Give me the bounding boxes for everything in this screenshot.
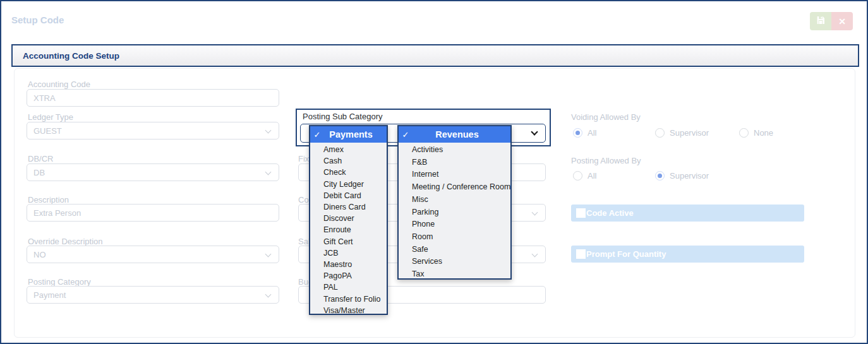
chevron-down-icon bbox=[265, 292, 272, 298]
dropdown-option[interactable]: Diners Card bbox=[310, 201, 387, 213]
dropdown-option[interactable]: Room bbox=[399, 231, 510, 244]
radio-label: None bbox=[754, 128, 773, 138]
dropdown-option[interactable]: Maestro bbox=[310, 259, 387, 270]
dropdown-option[interactable]: Internet bbox=[399, 169, 510, 181]
chevron-down-icon bbox=[265, 128, 272, 134]
dropdown-option[interactable]: Amex bbox=[310, 144, 387, 155]
override-description-select[interactable]: NO bbox=[27, 246, 279, 263]
posting-sub-category-label: Posting Sub Category bbox=[303, 112, 382, 121]
dropdown-option[interactable]: JCB bbox=[310, 247, 387, 259]
checkbox-icon[interactable] bbox=[576, 208, 586, 218]
dropdown-option[interactable]: City Ledger bbox=[310, 179, 387, 190]
dropdown-option[interactable]: Misc bbox=[399, 194, 510, 206]
chevron-down-icon bbox=[531, 128, 538, 135]
prompt-for-quantity-toggle[interactable]: Prompt For Quantity bbox=[571, 246, 804, 263]
section-title: Accounting Code Setup bbox=[23, 51, 119, 61]
page-title: Setup Code bbox=[11, 15, 64, 25]
posting-category-value: Payment bbox=[33, 290, 66, 300]
override-description-value: NO bbox=[33, 250, 46, 259]
dropdown-option[interactable]: PagoPA bbox=[310, 270, 387, 282]
modal-toolbar: ✕ bbox=[810, 12, 853, 30]
checkmark-icon: ✓ bbox=[310, 130, 324, 139]
checkmark-icon: ✓ bbox=[399, 130, 413, 139]
posting-radio-supervisor[interactable]: Supervisor bbox=[655, 171, 709, 181]
posting-radio-all[interactable]: All bbox=[573, 171, 596, 181]
dropdown-option[interactable]: PAL bbox=[310, 282, 387, 293]
radio-label: Supervisor bbox=[670, 128, 709, 138]
ledger-type-label: Ledger Type bbox=[28, 112, 73, 122]
payments-dropdown-panel: ✓ Payments AmexCashCheckCity LedgerDebit… bbox=[309, 125, 388, 315]
close-button[interactable]: ✕ bbox=[831, 12, 853, 30]
dropdown-option[interactable]: Gift Cert bbox=[310, 236, 387, 247]
db-cr-value: DB bbox=[33, 168, 45, 177]
dropdown-option[interactable]: Discover bbox=[310, 213, 387, 224]
radio-button[interactable] bbox=[655, 171, 665, 181]
voiding-allowed-by-label: Voiding Allowed By bbox=[571, 112, 641, 122]
revenues-dropdown-panel: ✓ Revenues ActivitiesF&BInternetMeeting … bbox=[397, 125, 512, 280]
dropdown-option[interactable]: Safe bbox=[399, 244, 510, 256]
dropdown-option[interactable]: Tax bbox=[399, 268, 510, 281]
description-input[interactable]: Extra Person bbox=[27, 204, 279, 222]
ledger-type-select[interactable]: GUEST bbox=[27, 122, 279, 139]
save-button[interactable] bbox=[810, 12, 831, 30]
voiding-radio-supervisor[interactable]: Supervisor bbox=[655, 128, 709, 138]
dropdown-option[interactable]: Phone bbox=[399, 218, 510, 231]
voiding-radio-all[interactable]: All bbox=[573, 128, 596, 138]
accounting-code-value: XTRA bbox=[33, 93, 56, 103]
radio-dot bbox=[658, 174, 662, 178]
revenues-option-list: ActivitiesF&BInternetMeeting / Conferenc… bbox=[399, 143, 510, 281]
description-value: Extra Person bbox=[33, 208, 81, 218]
chevron-down-icon bbox=[532, 210, 538, 216]
db-cr-select[interactable]: DB bbox=[27, 163, 279, 181]
prompt-for-quantity-label: Prompt For Quantity bbox=[586, 249, 666, 259]
payments-option-list: AmexCashCheckCity LedgerDebit CardDiners… bbox=[310, 143, 387, 316]
checkbox-icon[interactable] bbox=[576, 249, 586, 259]
floppy-save-icon bbox=[816, 15, 826, 28]
dropdown-option[interactable]: Check bbox=[310, 167, 387, 178]
revenues-group-header[interactable]: ✓ Revenues bbox=[399, 126, 510, 143]
voiding-radio-none[interactable]: None bbox=[739, 128, 773, 138]
dropdown-option[interactable]: Activities bbox=[399, 144, 510, 157]
posting-allowed-by-label: Posting Allowed By bbox=[571, 156, 641, 165]
dropdown-option[interactable]: Parking bbox=[399, 206, 510, 219]
code-active-toggle[interactable]: Code Active bbox=[571, 205, 804, 222]
dropdown-option[interactable]: Transfer to Folio bbox=[310, 294, 387, 305]
radio-dot bbox=[576, 131, 580, 135]
section-header: Accounting Code Setup bbox=[11, 44, 859, 67]
description-label: Description bbox=[28, 195, 69, 205]
chevron-down-icon bbox=[265, 251, 272, 258]
dropdown-option[interactable]: Visa/Master bbox=[310, 305, 387, 316]
radio-button[interactable] bbox=[573, 128, 582, 138]
radio-button[interactable] bbox=[739, 128, 749, 138]
dropdown-option[interactable]: Services bbox=[399, 256, 510, 268]
posting-category-select[interactable]: Payment bbox=[27, 286, 279, 304]
db-cr-label: DB/CR bbox=[28, 154, 53, 163]
radio-label: All bbox=[588, 128, 596, 138]
override-description-label: Override Description bbox=[28, 237, 103, 246]
close-icon: ✕ bbox=[838, 16, 846, 27]
accounting-code-label: Accounting Code bbox=[28, 80, 90, 89]
dropdown-option[interactable]: F&B bbox=[399, 157, 510, 169]
dropdown-option[interactable]: Enroute bbox=[310, 224, 387, 235]
radio-button[interactable] bbox=[655, 128, 665, 138]
setup-code-modal: Setup Code ✕ Accounting Code Setup Accou… bbox=[0, 0, 868, 344]
payments-group-label: Payments bbox=[324, 129, 387, 139]
ledger-type-value: GUEST bbox=[33, 126, 62, 136]
radio-label: Supervisor bbox=[670, 171, 709, 181]
revenues-group-label: Revenues bbox=[413, 129, 510, 139]
code-active-label: Code Active bbox=[586, 208, 634, 218]
dropdown-option[interactable]: Cash bbox=[310, 155, 387, 167]
chevron-down-icon bbox=[265, 169, 272, 175]
chevron-down-icon bbox=[532, 251, 538, 258]
posting-category-label: Posting Category bbox=[28, 277, 91, 287]
radio-button[interactable] bbox=[573, 171, 582, 181]
dropdown-option[interactable]: Debit Card bbox=[310, 190, 387, 201]
payments-group-header[interactable]: ✓ Payments bbox=[310, 126, 387, 143]
accounting-code-input[interactable]: XTRA bbox=[27, 89, 279, 107]
dropdown-option[interactable]: Meeting / Conference Room bbox=[399, 181, 510, 194]
radio-label: All bbox=[588, 171, 596, 181]
